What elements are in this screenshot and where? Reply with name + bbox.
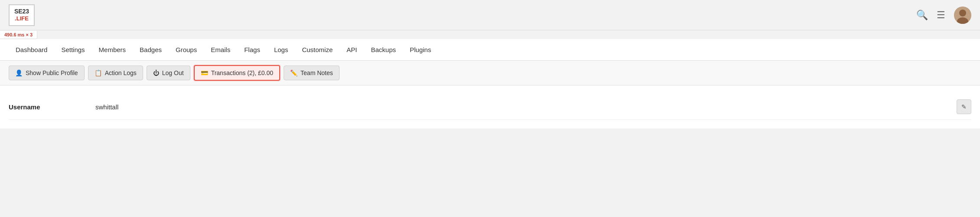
header-right: 🔍 ☰ (916, 7, 971, 24)
action-btn-team-notes[interactable]: ✏️Team Notes (284, 66, 340, 80)
debug-bar: 490.6 ms × 3 (0, 31, 37, 39)
power-icon: ⏻ (153, 69, 159, 76)
person-icon: 👤 (15, 69, 23, 76)
nav-item-logs[interactable]: Logs (267, 40, 295, 59)
header: SE23 .LIFE 🔍 ☰ (0, 0, 980, 30)
action-btn-label-team-notes: Team Notes (301, 69, 333, 76)
field-value-username: swhittall (95, 103, 957, 111)
field-label-username: Username (9, 103, 95, 111)
debug-timing: 490.6 ms × 3 (4, 32, 33, 37)
nav-item-members[interactable]: Members (92, 40, 133, 59)
nav-item-api[interactable]: API (340, 40, 364, 59)
nav-bar: DashboardSettingsMembersBadgesGroupsEmai… (0, 39, 980, 61)
nav-item-emails[interactable]: Emails (204, 40, 237, 59)
credit-card-icon: 💳 (201, 69, 208, 76)
action-bar: 👤Show Public Profile📋Action Logs⏻Log Out… (0, 61, 980, 85)
svg-point-1 (959, 10, 966, 16)
list-icon: 📋 (95, 69, 102, 76)
nav-item-plugins[interactable]: Plugins (403, 40, 438, 59)
logo-top: SE23 (14, 8, 29, 15)
action-btn-label-show-public-profile: Show Public Profile (26, 69, 78, 76)
fields-container: Usernameswhittall✎ (9, 94, 971, 120)
logo-bottom: .LIFE (15, 15, 29, 22)
pencil-icon: ✎ (961, 103, 967, 110)
nav-item-dashboard[interactable]: Dashboard (9, 40, 54, 59)
nav-item-groups[interactable]: Groups (169, 40, 204, 59)
search-icon[interactable]: 🔍 (916, 10, 928, 21)
action-btn-action-logs[interactable]: 📋Action Logs (88, 66, 143, 80)
action-buttons: 👤Show Public Profile📋Action Logs⏻Log Out… (9, 65, 340, 81)
action-btn-label-action-logs: Action Logs (105, 69, 137, 76)
nav-item-badges[interactable]: Badges (133, 40, 169, 59)
action-btn-transactions[interactable]: 💳Transactions (2), £0.00 (194, 65, 280, 81)
action-btn-log-out[interactable]: ⏻Log Out (147, 66, 190, 80)
action-btn-show-public-profile[interactable]: 👤Show Public Profile (9, 66, 85, 80)
nav-item-settings[interactable]: Settings (54, 40, 91, 59)
logo[interactable]: SE23 .LIFE (9, 4, 35, 26)
menu-icon[interactable]: ☰ (937, 10, 945, 21)
content-area: Usernameswhittall✎ (0, 85, 980, 128)
edit-btn-username[interactable]: ✎ (957, 99, 971, 114)
pencil-icon: ✏️ (290, 69, 297, 76)
avatar[interactable] (954, 7, 971, 24)
nav-item-backups[interactable]: Backups (364, 40, 403, 59)
nav-item-customize[interactable]: Customize (295, 40, 340, 59)
action-btn-label-transactions: Transactions (2), £0.00 (211, 69, 273, 76)
field-row-username: Usernameswhittall✎ (9, 94, 971, 120)
nav-items: DashboardSettingsMembersBadgesGroupsEmai… (9, 40, 438, 59)
nav-item-flags[interactable]: Flags (237, 40, 267, 59)
action-btn-label-log-out: Log Out (162, 69, 184, 76)
